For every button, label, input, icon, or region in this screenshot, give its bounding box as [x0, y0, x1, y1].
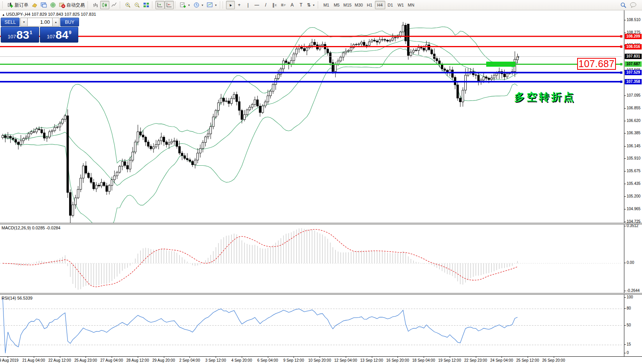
main-chart-canvas[interactable] [0, 10, 624, 223]
periods-button[interactable]: ▼ [192, 1, 205, 9]
tool-trendline-button[interactable]: / [261, 1, 270, 9]
price-callout-box[interactable]: 107.687 [577, 58, 616, 70]
trendline-icon: / [265, 3, 266, 7]
zoom-out-button[interactable] [132, 1, 142, 9]
tool-equidistant-channel-button[interactable]: ∥E [270, 1, 279, 9]
time-tick-mark [60, 357, 60, 358]
buy-button[interactable]: BUY [60, 18, 79, 26]
tool-vertical-line-button[interactable]: | [244, 1, 253, 9]
volume-increase-button[interactable]: ▲ [52, 18, 59, 26]
time-tick-label: 21 Aug 04:00 [22, 358, 45, 362]
toolbar-grip [152, 2, 154, 8]
auto-scroll-icon [157, 2, 163, 8]
time-tick-label: 22 Sep 23:00 [464, 358, 487, 362]
rsi-tick: 80 [627, 306, 631, 310]
pane-separator[interactable] [0, 293, 642, 295]
time-tick-label: 10 Sep 20:00 [308, 358, 331, 362]
time-axis-line [0, 356, 642, 357]
timeframe-MN-button[interactable]: MN [406, 1, 416, 9]
timeframe-H1-button[interactable]: H1 [365, 1, 375, 9]
dropdown-caret-icon: ▼ [188, 4, 190, 7]
price-line-badge: 107.358 [625, 79, 642, 84]
timeframe-D1-button[interactable]: D1 [385, 1, 396, 9]
volume-field[interactable]: 1.00 [28, 18, 52, 26]
sell-price-prefix: 107 [8, 34, 16, 40]
indicators-icon [180, 2, 186, 8]
candlestick-chart-button[interactable] [100, 1, 109, 9]
time-tick-mark [138, 357, 138, 358]
time-tick-label: 29 Aug 20:00 [152, 358, 175, 362]
volume-decrease-button[interactable]: ▼ [20, 18, 28, 26]
text-label-icon: T [300, 3, 302, 7]
zoom-in-button[interactable] [123, 1, 132, 9]
timeframe-M15-button[interactable]: M15 [342, 1, 353, 9]
mouse-crosshair: + [517, 54, 520, 60]
bar-chart-button[interactable] [91, 1, 100, 9]
time-tick-mark [86, 357, 86, 358]
tool-text-label-button[interactable]: T [297, 1, 305, 9]
toolbar-grip [223, 2, 225, 8]
timeframe-M30-button[interactable]: M30 [353, 1, 364, 9]
dropdown-caret-icon: ▼ [312, 4, 315, 7]
timeframe-M5-button[interactable]: M5 [332, 1, 342, 9]
tile-windows-button[interactable] [142, 1, 151, 9]
price-tick: 106.385 [627, 131, 640, 135]
time-tick-mark [346, 357, 346, 358]
toolbar-right-group [619, 1, 641, 9]
collapse-triangle-icon[interactable]: ▲ [2, 13, 5, 16]
templates-button[interactable]: ▼ [205, 1, 219, 9]
autotrading-button[interactable]: 自动交易 [58, 1, 86, 9]
tool-arrows-button[interactable]: ⇅▼ [305, 1, 317, 9]
price-axis-line [624, 10, 624, 357]
time-tick-label: 18 Sep 04:00 [412, 358, 435, 362]
time-tick-label: 26 Sep 20:00 [542, 358, 565, 362]
turning-point-annotation[interactable]: 多空转折点 [514, 90, 576, 104]
pane-separator[interactable] [0, 223, 642, 224]
tool-horizontal-line-button[interactable]: — [253, 1, 261, 9]
new-order-icon [7, 2, 13, 8]
time-tick-label: 6 Sep 04:00 [257, 358, 278, 362]
time-tick-label: 22 Aug 12:00 [48, 358, 71, 362]
vertical-line-icon: | [248, 3, 249, 7]
price-tick: 106.855 [627, 106, 640, 110]
sell-price-pip: 1 [30, 30, 32, 35]
tool-fibonacci-retracement-button[interactable]: ≡F [279, 1, 288, 9]
toolbar: 新订单 自动交易 ▼ ▼ [0, 0, 642, 10]
toolbar-grip [318, 2, 320, 8]
sell-price-button[interactable]: 107831 [1, 27, 39, 43]
horizontal-line-icon: — [254, 3, 259, 7]
time-tick-mark [554, 357, 554, 358]
community-button[interactable] [628, 1, 639, 9]
timeframe-M1-button[interactable]: M1 [321, 1, 332, 9]
rsi-canvas[interactable] [0, 295, 624, 356]
chat-bubble-icon [630, 2, 637, 8]
market-watch-button[interactable] [39, 1, 48, 9]
price-line-badge: 107.687 [625, 61, 642, 67]
sell-button[interactable]: SELL [1, 18, 20, 26]
time-tick-mark [34, 357, 34, 358]
auto-scroll-button[interactable] [155, 1, 165, 9]
new-order-button[interactable]: 新订单 [6, 1, 30, 9]
search-button[interactable] [619, 1, 628, 9]
tool-crosshair-button[interactable]: + [235, 1, 244, 9]
line-chart-icon [111, 2, 117, 8]
line-chart-button[interactable] [109, 1, 119, 9]
profiles-button[interactable] [30, 1, 39, 9]
price-line-badge: 107.529 [625, 70, 642, 75]
time-tick-label: 27 Aug 04:00 [101, 358, 123, 362]
sell-price-big: 83 [17, 28, 29, 41]
toolbox-button[interactable] [48, 1, 58, 9]
toolbox-icon [50, 2, 56, 8]
tool-text-button[interactable]: A [288, 1, 297, 9]
macd-canvas[interactable] [0, 224, 624, 293]
market-watch-icon [41, 2, 47, 8]
price-tick: 108.510 [627, 18, 640, 22]
timeframe-W1-button[interactable]: W1 [396, 1, 406, 9]
timeframe-H4-button[interactable]: H4 [375, 1, 385, 9]
tile-windows-icon [143, 2, 149, 8]
indicators-button[interactable]: ▼ [178, 1, 192, 9]
buy-price-button[interactable]: 107849 [40, 27, 78, 43]
tool-cursor-button[interactable]: ▲ [226, 1, 235, 9]
rsi-tick: 100 [627, 295, 633, 299]
chart-shift-button[interactable] [165, 1, 174, 9]
